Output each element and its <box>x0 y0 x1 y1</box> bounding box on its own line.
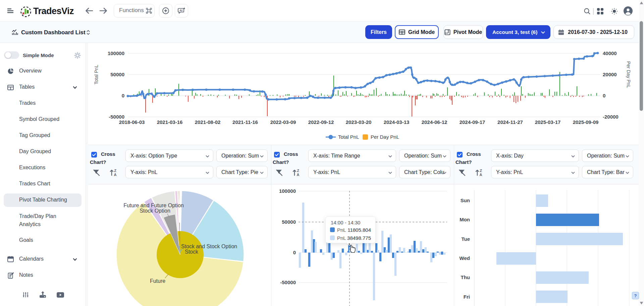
svg-text:40000: 40000 <box>603 50 617 56</box>
svg-text:Mon: Mon <box>460 217 470 222</box>
svg-text:Z: Z <box>114 169 116 173</box>
svg-text:Stock: Stock <box>185 249 199 255</box>
svg-text:-50000: -50000 <box>109 114 124 120</box>
svg-text:-20000: -20000 <box>603 114 619 120</box>
svg-text:2024-06-12: 2024-06-12 <box>422 119 447 125</box>
svg-text:0: 0 <box>603 93 605 98</box>
svg-text:2018-06-03: 2018-06-03 <box>119 119 145 125</box>
svg-text:Future: Future <box>150 278 165 284</box>
svg-text:2022-03-09: 2022-03-09 <box>270 119 296 125</box>
svg-text:20000: 20000 <box>603 72 617 77</box>
svg-text:50000: 50000 <box>110 72 124 77</box>
svg-text:A: A <box>114 173 117 177</box>
svg-text:Z: Z <box>297 169 299 173</box>
svg-text:Thu: Thu <box>461 274 470 280</box>
svg-text:0: 0 <box>293 250 296 255</box>
svg-text:-50000: -50000 <box>280 279 296 285</box>
svg-text:Stock Option: Stock Option <box>140 208 170 214</box>
svg-text:A: A <box>297 173 300 177</box>
svg-text:2024-11-27: 2024-11-27 <box>497 119 523 125</box>
svg-text:Per Day PnL: Per Day PnL <box>626 61 631 88</box>
svg-text:Total PnL: Total PnL <box>94 65 99 85</box>
svg-text:Stock and Stock Option: Stock and Stock Option <box>181 244 237 249</box>
svg-text:Sun: Sun <box>461 198 470 203</box>
svg-text:2024-09-17: 2024-09-17 <box>460 119 485 125</box>
svg-text:2022-09-12: 2022-09-12 <box>308 119 334 125</box>
svg-text:0: 0 <box>122 93 124 98</box>
svg-text:50000: 50000 <box>282 219 296 225</box>
svg-text:Future and Future Option: Future and Future Option <box>123 203 184 208</box>
svg-text:2025-03-17: 2025-03-17 <box>535 119 561 125</box>
svg-text:Wed: Wed <box>460 255 470 261</box>
svg-text:2025-09-09: 2025-09-09 <box>573 119 599 125</box>
svg-text:100000: 100000 <box>279 188 296 194</box>
svg-text:2021-03-16: 2021-03-16 <box>157 119 183 125</box>
svg-text:Tue: Tue <box>461 236 470 242</box>
svg-text:2023-03-20: 2023-03-20 <box>346 119 372 125</box>
svg-text:100000: 100000 <box>108 50 124 56</box>
svg-text:Z: Z <box>480 169 482 173</box>
svg-text:Total PnL: Total PnL <box>338 134 359 140</box>
svg-text:A: A <box>480 173 482 177</box>
svg-text:Fri: Fri <box>464 294 470 300</box>
svg-text:2024-03-13: 2024-03-13 <box>384 119 410 125</box>
svg-text:Per Day PnL: Per Day PnL <box>371 134 399 140</box>
svg-text:AI: AI <box>179 9 182 12</box>
svg-text:2021-08-02: 2021-08-02 <box>195 119 221 125</box>
svg-text:2021-11-16: 2021-11-16 <box>232 119 258 125</box>
